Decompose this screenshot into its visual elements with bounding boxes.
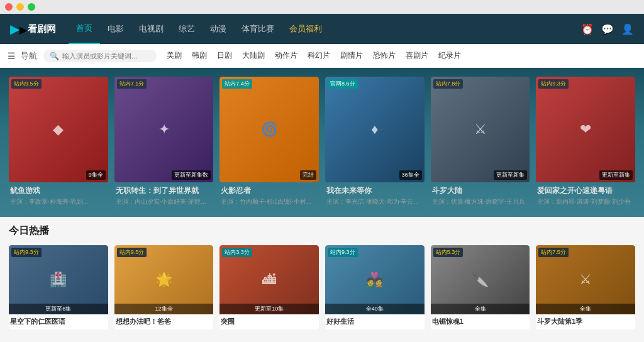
cat-scifi[interactable]: 科幻片 [303, 50, 335, 61]
hero-badge-4: 站内7.8分 [433, 79, 464, 89]
hero-title-4: 斗罗大陆 [432, 185, 529, 196]
nav-item-tv[interactable]: 电视剧 [131, 14, 171, 44]
hot-card-2[interactable]: 站内3.3分 🏙 更新至10集 突围 [219, 245, 319, 329]
header-icons: ⏰ 💬 👤 [581, 23, 634, 35]
hot-card-4[interactable]: 站内5.3分 🔪 全集 电锯惊魂1 [431, 245, 530, 329]
main-header: ▶ 看剧网 首页 电影 电视剧 综艺 动漫 体育比赛 会员福利 ⏰ 💬 👤 [0, 14, 644, 44]
hot-badge-0: 站内9.3分 [11, 248, 42, 257]
hot-badge-5: 站内7.5分 [538, 248, 569, 257]
hero-badge-0: 站内9.5分 [11, 79, 42, 89]
nav-item-variety[interactable]: 综艺 [171, 14, 203, 44]
hero-title-5: 爱回家之开心速递粤语 [537, 185, 634, 196]
cat-kr-drama[interactable]: 韩剧 [187, 50, 212, 61]
hero-ep-0: 9集全 [86, 170, 106, 180]
nav-item-anime[interactable]: 动漫 [203, 14, 234, 44]
hero-badge-1: 站内7.1分 [117, 79, 147, 89]
cat-us-drama[interactable]: 美剧 [162, 50, 187, 61]
hot-update-5: 全集 [536, 304, 635, 314]
logo-icon: ▶ [10, 21, 25, 36]
search-box[interactable]: 🔍 [43, 50, 157, 62]
hot-title-3: 好好生活 [326, 317, 423, 326]
hot-card-5[interactable]: 站内7.5分 ⚔ 全集 斗罗大陆第1季 [536, 245, 635, 329]
hot-title-1: 想想办法吧！爸爸 [116, 317, 213, 326]
cat-drama-film[interactable]: 剧情片 [335, 50, 368, 61]
chat-icon[interactable]: 💬 [601, 23, 614, 35]
main-nav: 首页 电影 电视剧 综艺 动漫 体育比赛 会员福利 [69, 14, 581, 44]
nav-label: 导航 [21, 50, 37, 62]
hero-title-1: 无职转生：到了异世界就 [116, 185, 213, 196]
hero-title-2: 火影忍者 [221, 185, 318, 196]
minimize-button[interactable] [16, 3, 24, 11]
hot-badge-4: 站内5.3分 [433, 248, 464, 257]
hero-card-1[interactable]: 站内7.1分 ✦ 更新至新集数 无职转生：到了异世界就 主演：内山夕实·小原好美… [114, 77, 214, 206]
nav-item-home[interactable]: 首页 [69, 14, 100, 44]
hero-poster-0: ◆ [9, 77, 108, 182]
hero-badge-5: 站内9.3分 [538, 79, 569, 89]
hero-title-0: 鱿鱼游戏 [10, 185, 107, 196]
title-bar [0, 0, 644, 14]
hero-sub-5: 主演：新内容·涛涛·刘梦颜·刘少吾 [537, 197, 634, 206]
cat-comedy[interactable]: 喜剧片 [401, 50, 433, 61]
user-icon[interactable]: 👤 [621, 23, 634, 35]
sub-nav: ☰ 导航 🔍 美剧 韩剧 日剧 大陆剧 动作片 科幻片 剧情片 恐怖片 喜剧片 … [0, 44, 644, 68]
logo-text: 看剧网 [28, 23, 56, 35]
nav-item-vip[interactable]: 会员福利 [282, 14, 330, 44]
nav-item-movies[interactable]: 电影 [100, 14, 131, 44]
hero-poster-1: ✦ [114, 77, 214, 182]
hamburger-icon[interactable]: ☰ [8, 51, 16, 61]
cat-horror[interactable]: 恐怖片 [368, 50, 401, 61]
hot-card-0[interactable]: 站内9.3分 🏥 更新至6集 星空下的仁医医语 [9, 245, 108, 329]
hero-sub-4: 主演：优晨·魔方珠·唐晓宇·王月兵 [432, 197, 529, 206]
hero-sub-2: 主演：竹内顺子·杉山纪彰·中村... [221, 197, 318, 206]
hero-section: 站内9.5分 ◆ 9集全 鱿鱼游戏 主演：李政宰·朴海秀·乳到... 站内7.1… [0, 68, 644, 217]
hero-badge-2: 站内7.4分 [222, 79, 252, 89]
hero-sub-3: 主演：李光洁·唐晓天·邓为·辛云... [326, 197, 423, 206]
close-button[interactable] [5, 3, 13, 11]
search-input[interactable] [62, 52, 150, 60]
cat-documentary[interactable]: 纪录片 [433, 50, 466, 61]
hot-title-4: 电锯惊魂1 [432, 317, 529, 326]
cat-cn-drama[interactable]: 大陆剧 [237, 50, 270, 61]
logo[interactable]: ▶ 看剧网 [10, 21, 56, 36]
category-nav: 美剧 韩剧 日剧 大陆剧 动作片 科幻片 剧情片 恐怖片 喜剧片 纪录片 [162, 50, 466, 61]
sub-nav-left: ☰ 导航 [8, 50, 37, 62]
hero-poster-4: ⚔ [431, 77, 530, 182]
hot-update-2: 更新至10集 [219, 304, 319, 314]
hero-title-3: 我在未来等你 [326, 185, 423, 196]
hero-card-3[interactable]: 官网8.6分 ♦ 36集全 我在未来等你 主演：李光洁·唐晓天·邓为·辛云... [325, 77, 425, 206]
cat-jp-drama[interactable]: 日剧 [212, 50, 237, 61]
hero-badge-3: 官网8.6分 [328, 79, 358, 89]
hot-update-1: 12集全 [114, 304, 214, 314]
hot-badge-1: 站内9.5分 [117, 248, 147, 257]
hero-card-0[interactable]: 站内9.5分 ◆ 9集全 鱿鱼游戏 主演：李政宰·朴海秀·乳到... [9, 77, 108, 206]
hot-title-5: 斗罗大陆第1季 [537, 317, 634, 326]
hero-card-5[interactable]: 站内9.3分 ❤ 更新至新集 爱回家之开心速递粤语 主演：新内容·涛涛·刘梦颜·… [536, 77, 635, 206]
hero-sub-1: 主演：内山夕实·小原好美·茅野... [116, 197, 213, 206]
maximize-button[interactable] [28, 3, 35, 11]
hot-card-row: 站内9.3分 🏥 更新至6集 星空下的仁医医语 站内9.5分 🌟 12集全 想想… [9, 245, 635, 329]
hero-ep-1: 更新至新集数 [172, 170, 211, 180]
hero-ep-4: 更新至新集 [494, 170, 527, 180]
hero-card-4[interactable]: 站内7.8分 ⚔ 更新至新集 斗罗大陆 主演：优晨·魔方珠·唐晓宇·王月兵 [431, 77, 530, 206]
hero-sub-0: 主演：李政宰·朴海秀·乳到... [10, 197, 107, 206]
nav-item-sports[interactable]: 体育比赛 [234, 14, 282, 44]
hot-card-3[interactable]: 站内9.3分 💑 全40集 好好生活 [325, 245, 425, 329]
hero-card-2[interactable]: 站内7.4分 🌀 完结 火影忍者 主演：竹内顺子·杉山纪彰·中村... [219, 77, 319, 206]
hot-update-3: 全40集 [325, 304, 425, 314]
hero-ep-2: 完结 [300, 170, 316, 180]
search-icon: 🔍 [50, 52, 59, 60]
clock-icon[interactable]: ⏰ [581, 23, 594, 35]
hot-update-0: 更新至6集 [9, 304, 108, 314]
hot-badge-3: 站内9.3分 [328, 248, 358, 257]
hot-update-4: 全集 [431, 304, 530, 314]
today-hot-section: 今日热播 站内9.3分 🏥 更新至6集 星空下的仁医医语 站内9.5分 🌟 12… [0, 217, 644, 337]
hero-poster-5: ❤ [536, 77, 635, 182]
hot-card-1[interactable]: 站内9.5分 🌟 12集全 想想办法吧！爸爸 [114, 245, 214, 329]
hero-poster-2: 🌀 [219, 77, 319, 182]
hot-badge-2: 站内3.3分 [222, 248, 252, 257]
section-title-hot: 今日热播 [9, 224, 635, 238]
hero-ep-5: 更新至新集 [599, 170, 633, 180]
hero-ep-3: 36集全 [399, 170, 422, 180]
cat-action[interactable]: 动作片 [270, 50, 303, 61]
hot-title-0: 星空下的仁医医语 [10, 317, 107, 326]
